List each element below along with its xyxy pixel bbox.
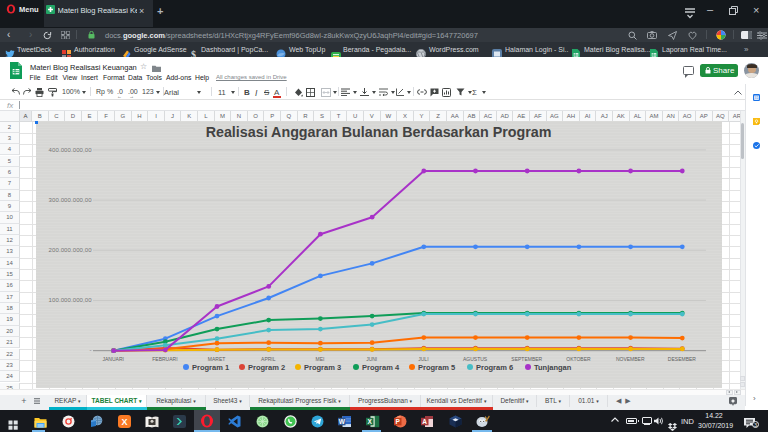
svg-text:A: A [422, 418, 427, 425]
svg-text:P: P [396, 418, 401, 425]
svg-text:X: X [121, 417, 127, 427]
svg-text:W: W [339, 417, 346, 424]
svg-text:X: X [367, 417, 372, 424]
svg-text:31: 31 [755, 96, 759, 100]
